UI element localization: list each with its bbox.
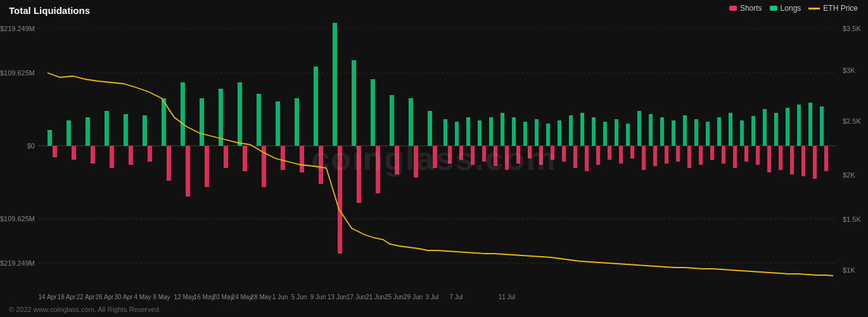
svg-rect-57 [433, 146, 437, 168]
svg-rect-56 [428, 111, 432, 146]
svg-rect-103 [699, 146, 703, 165]
svg-text:$3.5K: $3.5K [843, 25, 861, 32]
svg-rect-54 [409, 98, 413, 146]
svg-rect-65 [482, 146, 486, 162]
svg-rect-114 [763, 109, 767, 146]
svg-text:14 Apr: 14 Apr [39, 294, 58, 301]
svg-rect-42 [295, 98, 299, 146]
svg-rect-46 [333, 23, 337, 146]
svg-rect-86 [603, 122, 607, 146]
svg-rect-89 [619, 146, 623, 164]
svg-rect-37 [243, 146, 247, 171]
svg-rect-115 [767, 146, 771, 172]
svg-rect-52 [390, 95, 394, 146]
svg-rect-61 [459, 146, 463, 160]
svg-text:29 Jun: 29 Jun [404, 294, 423, 301]
svg-rect-20 [86, 117, 90, 146]
svg-text:$219.249M: $219.249M [0, 259, 35, 267]
svg-rect-105 [710, 146, 714, 160]
svg-rect-28 [162, 98, 166, 146]
svg-rect-124 [820, 107, 824, 146]
svg-rect-125 [824, 146, 828, 171]
svg-rect-78 [558, 120, 561, 146]
svg-rect-84 [592, 117, 596, 146]
svg-rect-34 [219, 89, 223, 146]
svg-rect-81 [573, 146, 577, 168]
main-svg: $219.249M $109.625M $0 $109.625M $219.24… [0, 0, 868, 317]
svg-rect-40 [276, 101, 280, 146]
svg-rect-23 [110, 146, 114, 168]
svg-text:17 Jun: 17 Jun [347, 294, 366, 301]
svg-rect-113 [756, 146, 760, 165]
svg-rect-87 [608, 146, 611, 160]
svg-rect-58 [444, 119, 447, 146]
svg-rect-106 [717, 117, 721, 146]
svg-text:13 Jun: 13 Jun [328, 294, 347, 301]
svg-text:11 Jul: 11 Jul [499, 294, 516, 301]
svg-rect-109 [733, 146, 737, 168]
svg-rect-69 [505, 146, 509, 170]
svg-text:25 Jun: 25 Jun [385, 294, 404, 301]
svg-rect-108 [729, 113, 732, 146]
svg-rect-110 [740, 120, 744, 146]
svg-rect-67 [494, 146, 497, 166]
svg-rect-38 [257, 94, 261, 146]
svg-rect-33 [205, 146, 209, 187]
svg-rect-94 [649, 114, 653, 146]
svg-rect-99 [676, 146, 680, 162]
svg-rect-48 [352, 60, 356, 146]
svg-rect-83 [585, 146, 589, 171]
svg-text:$0: $0 [27, 142, 35, 150]
svg-rect-68 [501, 113, 504, 146]
svg-rect-95 [653, 146, 657, 166]
svg-text:$2.5K: $2.5K [843, 117, 861, 125]
svg-rect-47 [338, 146, 342, 254]
svg-text:$1.5K: $1.5K [843, 216, 861, 223]
svg-rect-27 [148, 146, 152, 162]
svg-rect-35 [224, 146, 228, 168]
svg-rect-98 [672, 120, 675, 146]
footer-copyright: © 2022 www.coinglass.com. All Rights Res… [9, 306, 161, 313]
svg-rect-36 [238, 82, 242, 146]
svg-text:8 May: 8 May [153, 294, 170, 301]
svg-rect-120 [797, 105, 801, 146]
svg-text:$109.625M: $109.625M [0, 69, 35, 77]
svg-rect-79 [562, 146, 566, 162]
svg-text:12 May: 12 May [174, 294, 195, 301]
svg-rect-118 [786, 108, 789, 146]
svg-rect-44 [314, 67, 318, 146]
svg-text:4 May: 4 May [134, 294, 151, 301]
svg-rect-24 [124, 114, 128, 146]
svg-rect-90 [626, 124, 630, 146]
svg-rect-41 [281, 146, 285, 170]
svg-rect-63 [471, 146, 475, 165]
svg-rect-45 [319, 146, 323, 184]
svg-text:24 May: 24 May [232, 294, 253, 301]
svg-rect-60 [455, 122, 459, 146]
svg-rect-80 [569, 115, 573, 146]
svg-rect-104 [706, 122, 710, 146]
svg-text:$109.625M: $109.625M [0, 215, 35, 223]
svg-text:$1K: $1K [843, 266, 855, 274]
svg-rect-97 [665, 146, 668, 164]
svg-rect-19 [72, 146, 76, 160]
svg-rect-71 [516, 146, 520, 164]
svg-text:$3K: $3K [843, 67, 855, 74]
svg-rect-112 [751, 116, 755, 146]
svg-rect-30 [181, 82, 185, 146]
svg-rect-21 [91, 146, 95, 164]
svg-text:30 Apr: 30 Apr [115, 294, 134, 301]
svg-text:28 May: 28 May [251, 294, 272, 301]
svg-rect-116 [774, 113, 778, 146]
svg-rect-25 [129, 146, 133, 165]
svg-text:18 Apr: 18 Apr [58, 294, 77, 301]
svg-rect-100 [683, 115, 687, 146]
svg-rect-96 [660, 117, 664, 146]
svg-rect-117 [779, 146, 782, 170]
svg-rect-50 [371, 79, 375, 146]
svg-rect-76 [546, 124, 550, 146]
chart-container: Total Liquidations Shorts Longs ETH Pric… [0, 0, 868, 317]
svg-rect-64 [478, 120, 482, 146]
svg-rect-91 [630, 146, 634, 158]
svg-rect-77 [551, 146, 554, 160]
